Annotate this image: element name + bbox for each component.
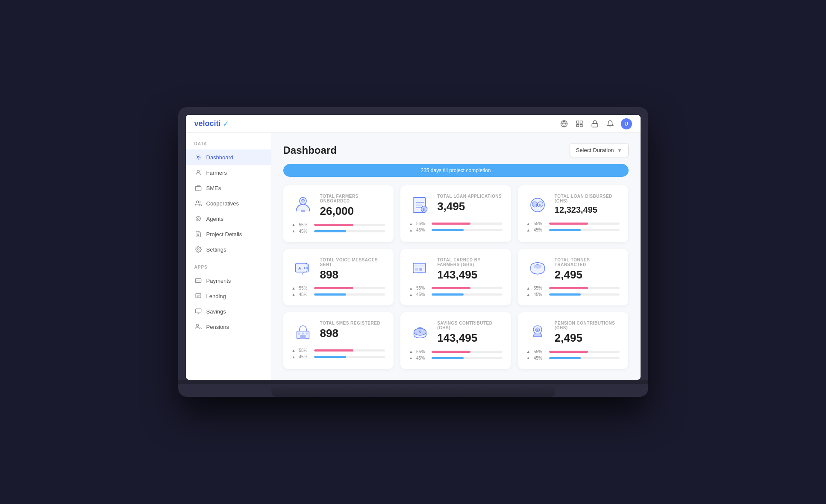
main-content: Dashboard Select Duration ▼ 235 days til… — [271, 133, 641, 380]
svg-point-16 — [197, 249, 199, 250]
sidebar-item-pensions[interactable]: Pensions — [186, 319, 271, 334]
language-icon[interactable] — [559, 119, 569, 129]
sidebar-item-agents[interactable]: Agents — [186, 211, 271, 226]
savings-contributed-icon: $ — [409, 321, 431, 343]
lock-icon[interactable] — [590, 119, 600, 129]
stat-label-loan-applications: TOTAL LOAN APPLICATIONS — [437, 194, 503, 199]
sidebar-item-lending[interactable]: Lending — [186, 288, 271, 304]
svg-rect-50 — [298, 333, 300, 335]
sidebar-label-lending: Lending — [206, 293, 226, 299]
content-header: Dashboard Select Duration ▼ — [283, 143, 629, 157]
sidebar-item-farmers[interactable]: Farmers — [186, 165, 271, 180]
svg-point-41 — [306, 267, 308, 268]
progress-banner: 235 days till project completion — [283, 164, 629, 177]
sidebar-label-cooperatives: Cooperatives — [206, 200, 239, 207]
svg-rect-5 — [580, 124, 582, 126]
svg-text:A: A — [298, 265, 301, 270]
svg-rect-52 — [306, 333, 308, 335]
settings-icon — [194, 246, 202, 253]
farmers-icon — [194, 169, 202, 176]
stat-info-pension-contributions: PENSION CONTRIBUTIONS (GHS) 2,495 — [555, 321, 620, 344]
stat-value-voice-messages: 898 — [320, 269, 385, 281]
earned-farmers-icon — [409, 258, 431, 280]
tonnes-transacted-icon — [526, 258, 549, 280]
lending-icon — [194, 292, 202, 300]
sidebar-item-savings[interactable]: Savings — [186, 304, 271, 319]
svg-point-7 — [197, 156, 199, 158]
stat-value-farmers-onboarded: 26,000 — [320, 205, 385, 217]
stat-info-loan-applications: TOTAL LOAN APPLICATIONS 3,495 — [437, 194, 503, 213]
svg-rect-6 — [592, 123, 598, 127]
logo-checkmark: ✓ — [223, 119, 229, 129]
stat-card-loan-disbursed: $ $ TOTAL LOAN DISBURSED (GHS) 12,323,49… — [518, 185, 629, 242]
agents-icon — [194, 215, 202, 223]
cooperatives-icon — [194, 199, 202, 207]
laptop-frame: velociti ✓ — [178, 107, 648, 397]
sidebar-item-project-details[interactable]: Project Details — [186, 226, 271, 242]
stats-grid: TOTAL FARMERS ONBOARDED 26,000 ▲ 55% — [283, 185, 629, 369]
sidebar-item-smes[interactable]: SMEs — [186, 180, 271, 196]
svg-rect-25 — [301, 210, 305, 212]
chevron-down-icon: ▼ — [617, 148, 622, 153]
select-duration-dropdown[interactable]: Select Duration ▼ — [570, 143, 629, 157]
stat-label-smes-registered: TOTAL SMES REGISTERED — [320, 321, 385, 325]
svg-rect-2 — [576, 121, 579, 123]
stat-info-voice-messages: TOTAL VOICE MESSAGES SENT 898 — [320, 258, 385, 281]
sidebar-label-savings: Savings — [206, 308, 226, 315]
stat-card-savings-contributed: $ SAVINGS CONTRIBUTED (GHS) 143,495 — [400, 312, 511, 369]
grid-icon[interactable] — [575, 119, 584, 129]
data-section-label: DATA — [186, 141, 271, 149]
project-details-icon — [194, 230, 202, 238]
stat-card-pension-contributions: $ PENSION CONTRIBUTIONS (GHS) 2,495 ▲ — [518, 312, 629, 369]
sidebar-label-farmers: Farmers — [206, 170, 227, 176]
sidebar-item-cooperatives[interactable]: Cooperatives — [186, 196, 271, 211]
savings-icon — [194, 308, 202, 315]
svg-point-40 — [304, 267, 305, 268]
svg-rect-53 — [300, 335, 306, 339]
laptop-hinge — [178, 380, 648, 384]
sidebar-label-agents: Agents — [206, 216, 223, 222]
svg-point-8 — [197, 170, 199, 173]
svg-rect-4 — [576, 124, 579, 126]
laptop-screen: velociti ✓ — [186, 115, 641, 380]
svg-rect-17 — [195, 278, 201, 282]
topbar-icons: U — [559, 118, 632, 129]
stat-card-voice-messages: A TOTAL VOICE MESSAGES SENT 898 — [283, 249, 394, 306]
sidebar-item-payments[interactable]: Payments — [186, 273, 271, 288]
logo-text: velociti — [194, 119, 221, 128]
stat-card-earned-farmers: TOTAL EARNED BY FARMERS (GHS) 143,495 ▲ … — [400, 249, 511, 306]
svg-rect-9 — [195, 187, 201, 190]
stat-label-voice-messages: TOTAL VOICE MESSAGES SENT — [320, 258, 385, 267]
sidebar: DATA Dashboard — [186, 133, 271, 380]
user-avatar[interactable]: U — [621, 118, 632, 129]
svg-rect-45 — [420, 268, 422, 270]
sidebar-item-dashboard[interactable]: Dashboard — [186, 149, 271, 165]
stat-label-pension-contributions: PENSION CONTRIBUTIONS (GHS) — [555, 321, 620, 330]
voice-messages-icon: A — [292, 258, 314, 280]
sidebar-label-settings: Settings — [206, 246, 226, 253]
svg-rect-3 — [580, 121, 582, 123]
svg-point-48 — [533, 264, 541, 269]
stat-value-savings-contributed: 143,495 — [437, 332, 503, 344]
svg-text:$: $ — [423, 208, 425, 211]
apps-section-label: APPS — [186, 265, 271, 273]
sidebar-item-settings[interactable]: Settings — [186, 242, 271, 257]
pension-contributions-icon: $ — [526, 321, 549, 343]
stat-label-farmers-onboarded: TOTAL FARMERS ONBOARDED — [320, 194, 385, 203]
stat-value-loan-applications: 3,495 — [437, 200, 503, 213]
main-layout: DATA Dashboard — [186, 133, 641, 380]
stat-value-tonnes-transacted: 2,495 — [555, 269, 620, 281]
svg-text:$: $ — [536, 203, 538, 207]
svg-rect-42 — [413, 263, 426, 273]
sidebar-label-smes: SMEs — [206, 185, 221, 191]
stat-card-farmers-onboarded: TOTAL FARMERS ONBOARDED 26,000 ▲ 55% — [283, 185, 394, 242]
stat-label-earned-farmers: TOTAL EARNED BY FARMERS (GHS) — [437, 258, 503, 267]
sidebar-label-pensions: Pensions — [206, 324, 229, 330]
stat-label-tonnes-transacted: TOTAL TONNES TRANSACTED — [555, 258, 620, 267]
stat-info-savings-contributed: SAVINGS CONTRIBUTED (GHS) 143,495 — [437, 321, 503, 344]
bell-icon[interactable] — [606, 119, 615, 129]
stat-bars-farmers-onboarded: ▲ 55% ▲ 45% — [292, 223, 385, 234]
stat-value-earned-farmers: 143,495 — [437, 269, 503, 281]
logo[interactable]: velociti ✓ — [194, 119, 229, 129]
stat-card-tonnes-transacted: TOTAL TONNES TRANSACTED 2,495 ▲ 55% — [518, 249, 629, 306]
